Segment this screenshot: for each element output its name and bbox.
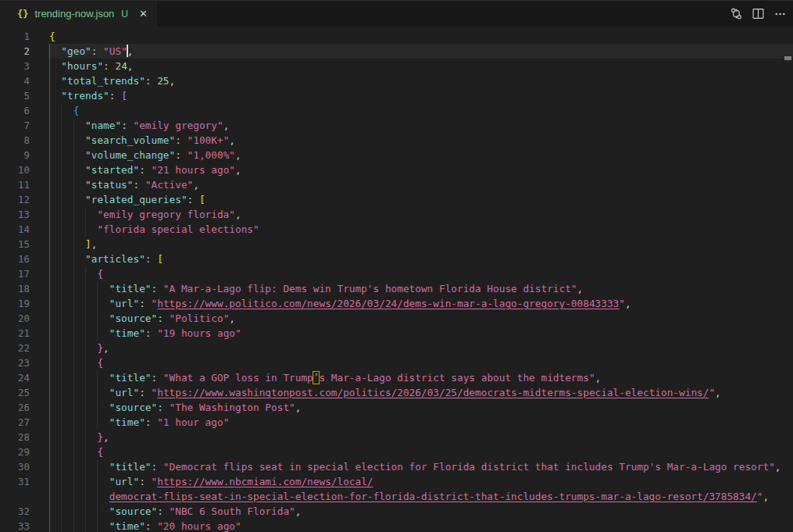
code-line[interactable]: 28 }, (0, 430, 793, 445)
token-pn: , (103, 342, 109, 354)
line-number[interactable]: 26 (0, 400, 30, 415)
code-line[interactable]: 6 { (0, 103, 793, 118)
line-number[interactable]: 4 (0, 73, 30, 88)
code-line[interactable]: 24 "title": "What a GOP loss in Trump’s … (0, 370, 793, 385)
line-number[interactable]: 21 (0, 326, 30, 341)
code-line[interactable]: 23 { (0, 355, 793, 370)
code-line[interactable]: 25 "url": "https://www.washingtonpost.co… (0, 385, 793, 400)
line-number[interactable]: 1 (0, 29, 30, 44)
code-line[interactable]: 31 "url": "https://www.nbcmiami.com/news… (0, 474, 793, 489)
code-line[interactable]: 16 "articles": [ (0, 252, 793, 266)
line-number[interactable]: 16 (0, 252, 30, 266)
line-number[interactable]: 25 (0, 385, 30, 400)
line-number[interactable]: 17 (0, 266, 30, 281)
line-number[interactable]: 27 (0, 415, 30, 430)
token-st: "emily gregory" (133, 120, 223, 131)
line-number[interactable]: 5 (0, 88, 30, 103)
open-changes-icon[interactable] (729, 7, 743, 21)
line-number[interactable]: 33 (0, 519, 30, 532)
code-text: "geo": "US", (49, 44, 134, 59)
code-line[interactable]: 12 "related_queries": [ (0, 192, 793, 207)
code-line[interactable]: 20 "source": "Politico", (0, 311, 793, 326)
code-line[interactable]: 22 }, (0, 341, 793, 355)
token-ws (49, 431, 97, 443)
overview-ruler-cursor-marker[interactable] (784, 56, 791, 60)
line-number[interactable]: 9 (0, 148, 30, 162)
code-line[interactable]: 3 "hours": 24, (0, 59, 793, 73)
token-pn: , (595, 372, 602, 384)
code-text: democrat-flips-seat-in-special-election-… (49, 489, 769, 504)
token-ws (49, 209, 97, 220)
token-b2: { (97, 268, 103, 280)
line-number[interactable]: 3 (0, 59, 30, 73)
code-line[interactable]: 9 "volume_change": "1,000%", (0, 148, 793, 162)
line-number[interactable]: 14 (0, 222, 30, 237)
line-number[interactable]: 28 (0, 430, 30, 445)
code-line[interactable]: 14 "florida special elections" (0, 222, 793, 237)
line-number[interactable]: 32 (0, 504, 30, 519)
line-number[interactable]: 8 (0, 133, 30, 148)
code-line[interactable]: 4 "total_trends": 25, (0, 73, 793, 88)
token-pn: : (145, 253, 157, 265)
code-line[interactable]: 7 "name": "emily gregory", (0, 118, 793, 133)
tab-close-icon[interactable]: ✕ (139, 8, 148, 20)
code-line[interactable]: 29 { (0, 445, 793, 459)
code-line[interactable]: 15 ], (0, 237, 793, 252)
token-key: "name" (85, 120, 121, 131)
code-line[interactable]: democrat-flips-seat-in-special-election-… (0, 489, 793, 504)
code-text: "trends": [ (49, 88, 127, 103)
line-number[interactable]: 6 (0, 103, 30, 118)
token-ws (49, 491, 109, 502)
line-number[interactable]: 23 (0, 355, 30, 370)
split-editor-icon[interactable] (751, 7, 765, 21)
code-line[interactable]: 11 "status": "Active", (0, 177, 793, 192)
token-ur: https://www.nbcmiami.com/news/local/ (157, 476, 373, 487)
line-number[interactable]: 20 (0, 311, 30, 326)
line-number[interactable]: 31 (0, 474, 30, 489)
line-number[interactable]: 12 (0, 192, 30, 207)
token-key: "started" (85, 164, 139, 176)
code-line[interactable]: 8 "search_volume": "100K+", (0, 133, 793, 148)
code-line[interactable]: 33 "time": "20 hours ago" (0, 519, 793, 532)
token-pn: , (91, 238, 98, 250)
code-line[interactable]: 26 "source": "The Washington Post", (0, 400, 793, 415)
token-ws (49, 298, 109, 309)
line-number[interactable]: 11 (0, 177, 30, 192)
line-number[interactable]: 2 (0, 44, 30, 59)
code-line[interactable]: 13 "emily gregory florida", (0, 207, 793, 222)
token-ws (49, 372, 109, 384)
line-number[interactable]: 13 (0, 207, 30, 222)
line-number[interactable]: 15 (0, 237, 30, 252)
code-line[interactable]: 30 "title": "Democrat flips seat in spec… (0, 459, 793, 474)
code-line[interactable]: 17 { (0, 266, 793, 281)
token-ur: https://www.politico.com/news/2026/03/24… (157, 298, 619, 309)
vscode-window: { "tab_bar": { "tabs": [ { "filename": "… (0, 0, 793, 532)
code-line[interactable]: 27 "time": "1 hour ago" (0, 415, 793, 430)
token-b2: } (97, 342, 103, 354)
token-pn: , (775, 461, 781, 473)
token-ws (49, 520, 109, 532)
code-line[interactable]: 18 "title": "A Mar-a-Lago flip: Dems win… (0, 281, 793, 296)
token-st: "US" (103, 45, 127, 57)
line-number[interactable]: 22 (0, 341, 30, 355)
code-line[interactable]: 19 "url": "https://www.politico.com/news… (0, 296, 793, 311)
line-number[interactable]: 7 (0, 118, 30, 133)
line-number[interactable]: 29 (0, 445, 30, 459)
token-pn: , (127, 45, 134, 57)
token-pn: : (175, 134, 187, 146)
token-ws (49, 179, 85, 191)
line-number[interactable]: 30 (0, 459, 30, 474)
code-line[interactable]: 5 "trends": [ (0, 88, 793, 103)
code-line[interactable]: 2 "geo": "US", (0, 44, 793, 59)
code-line[interactable]: 32 "source": "NBC 6 South Florida", (0, 504, 793, 519)
tab-filename: trending-now.json (34, 8, 114, 20)
code-line[interactable]: 21 "time": "19 hours ago" (0, 326, 793, 341)
tab-trending-now-json[interactable]: {} trending-now.json U ✕ (0, 1, 157, 27)
code-line[interactable]: 1{ (0, 29, 793, 44)
more-actions-icon[interactable] (773, 7, 787, 21)
line-number[interactable]: 24 (0, 370, 30, 385)
line-number[interactable]: 18 (0, 281, 30, 296)
line-number[interactable]: 10 (0, 162, 30, 177)
line-number[interactable]: 19 (0, 296, 30, 311)
code-line[interactable]: 10 "started": "21 hours ago", (0, 162, 793, 177)
